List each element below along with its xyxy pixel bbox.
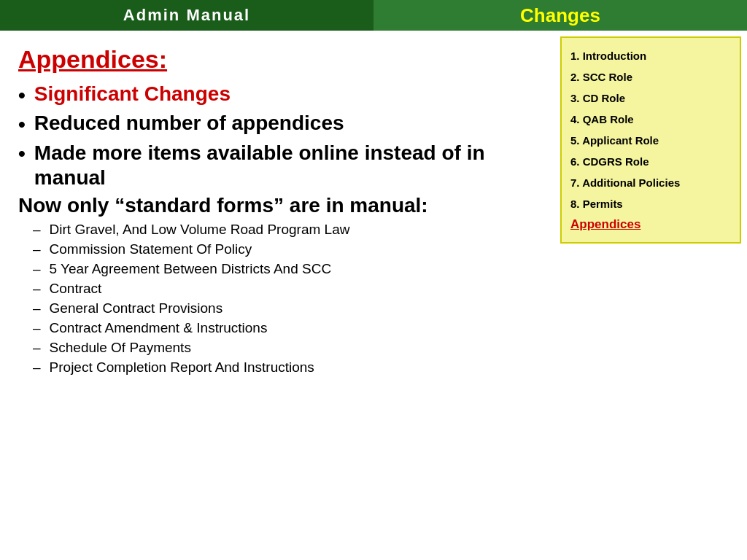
- list-item: – Schedule Of Payments: [18, 340, 542, 356]
- sidebar-item-additional-policies[interactable]: 7. Additional Policies: [570, 172, 731, 193]
- list-item: • Reduced number of appendices: [18, 112, 542, 136]
- nav-label: CD Role: [583, 92, 625, 104]
- nav-number: 3.: [570, 92, 583, 104]
- header-right: Changes: [374, 0, 747, 31]
- list-item: – Project Completion Report And Instruct…: [18, 359, 542, 376]
- sidebar-item-applicant-role[interactable]: 5. Applicant Role: [570, 130, 731, 151]
- list-item: – Commission Statement Of Policy: [18, 241, 542, 257]
- list-item: • Significant Changes: [18, 82, 542, 107]
- nav-number: 4.: [570, 113, 583, 125]
- nav-number: 5.: [570, 134, 582, 147]
- dash-list: – Dirt Gravel, And Low Volume Road Progr…: [18, 222, 542, 376]
- bullet-text-significant-changes: Significant Changes: [34, 82, 231, 106]
- list-item: – 5 Year Agreement Between Districts And…: [18, 261, 542, 277]
- changes-title: Changes: [520, 4, 600, 27]
- nav-label: Permits: [583, 198, 623, 210]
- dash-text: Commission Statement Of Policy: [50, 241, 252, 257]
- dash-symbol: –: [33, 340, 41, 356]
- dash-symbol: –: [33, 320, 41, 336]
- nav-number: 7.: [570, 176, 582, 189]
- nav-number: 2.: [570, 71, 583, 83]
- main-content: Appendices: • Significant Changes • Redu…: [0, 31, 747, 560]
- list-item: – Contract: [18, 281, 542, 297]
- dash-text: Dirt Gravel, And Low Volume Road Program…: [50, 222, 350, 238]
- list-item: – Dirt Gravel, And Low Volume Road Progr…: [18, 222, 542, 238]
- dash-text: General Contract Provisions: [50, 300, 223, 316]
- admin-manual-title: Admin Manual: [123, 6, 250, 25]
- nav-number: 1.: [570, 50, 583, 62]
- sidebar-item-appendices-active[interactable]: Appendices: [570, 214, 731, 235]
- dash-symbol: –: [33, 222, 41, 238]
- bullet-list: • Significant Changes • Reduced number o…: [18, 82, 542, 190]
- dash-symbol: –: [33, 300, 41, 316]
- sidebar-item-introduction[interactable]: 1. Introduction: [570, 45, 731, 66]
- nav-number: 8.: [570, 198, 583, 210]
- nav-number: 6.: [570, 155, 583, 168]
- dash-symbol: –: [33, 241, 41, 257]
- dash-text: Schedule Of Payments: [50, 340, 191, 356]
- right-sidebar: 1. Introduction 2. SCC Role 3. CD Role 4…: [560, 36, 741, 244]
- sidebar-item-cd-role[interactable]: 3. CD Role: [570, 88, 731, 109]
- nav-label: CDGRS Role: [583, 155, 649, 168]
- dash-symbol: –: [33, 359, 41, 376]
- page-header: Admin Manual Changes: [0, 0, 747, 31]
- bullet-dot: •: [18, 113, 26, 136]
- bullet-text-reduced: Reduced number of appendices: [34, 112, 344, 135]
- list-item: – Contract Amendment & Instructions: [18, 320, 542, 336]
- sidebar-item-permits[interactable]: 8. Permits: [570, 193, 731, 214]
- header-left: Admin Manual: [0, 0, 374, 31]
- dash-text: Contract: [50, 281, 102, 297]
- list-item: • Made more items available online inste…: [18, 141, 542, 190]
- nav-label: Introduction: [583, 50, 646, 62]
- nav-label: QAB Role: [583, 113, 634, 125]
- nav-label: Applicant Role: [582, 134, 659, 147]
- dash-symbol: –: [33, 281, 41, 297]
- appendices-title: Appendices:: [18, 45, 542, 74]
- bullet-dot: •: [18, 142, 26, 166]
- standard-forms-header: Now only “standard forms” are in manual:: [18, 194, 542, 217]
- dash-text: Project Completion Report And Instructio…: [50, 359, 314, 376]
- nav-label: Additional Policies: [582, 176, 680, 189]
- bullet-dot: •: [18, 84, 26, 107]
- left-panel: Appendices: • Significant Changes • Redu…: [0, 31, 560, 560]
- list-item: – General Contract Provisions: [18, 300, 542, 316]
- dash-symbol: –: [33, 261, 41, 277]
- sidebar-item-scc-role[interactable]: 2. SCC Role: [570, 66, 731, 88]
- sidebar-item-qab-role[interactable]: 4. QAB Role: [570, 109, 731, 130]
- nav-label: SCC Role: [583, 71, 632, 83]
- bullet-text-online: Made more items available online instead…: [34, 141, 542, 190]
- dash-text: Contract Amendment & Instructions: [50, 320, 268, 336]
- dash-text: 5 Year Agreement Between Districts And S…: [50, 261, 332, 277]
- sidebar-item-cdgrs-role[interactable]: 6. CDGRS Role: [570, 151, 731, 172]
